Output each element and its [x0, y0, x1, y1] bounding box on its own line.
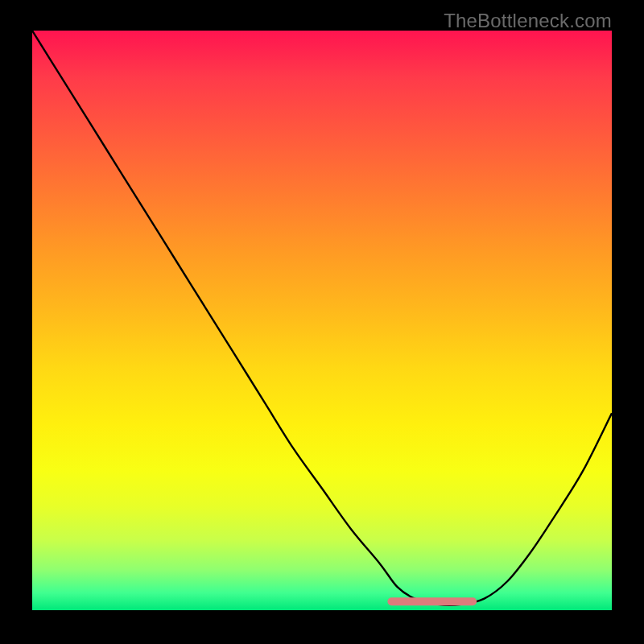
- watermark-text: TheBottleneck.com: [444, 10, 612, 32]
- curve-svg: [32, 31, 612, 610]
- plot-area: [32, 31, 612, 610]
- chart-container: TheBottleneck.com: [0, 0, 644, 644]
- bottleneck-curve: [32, 31, 612, 605]
